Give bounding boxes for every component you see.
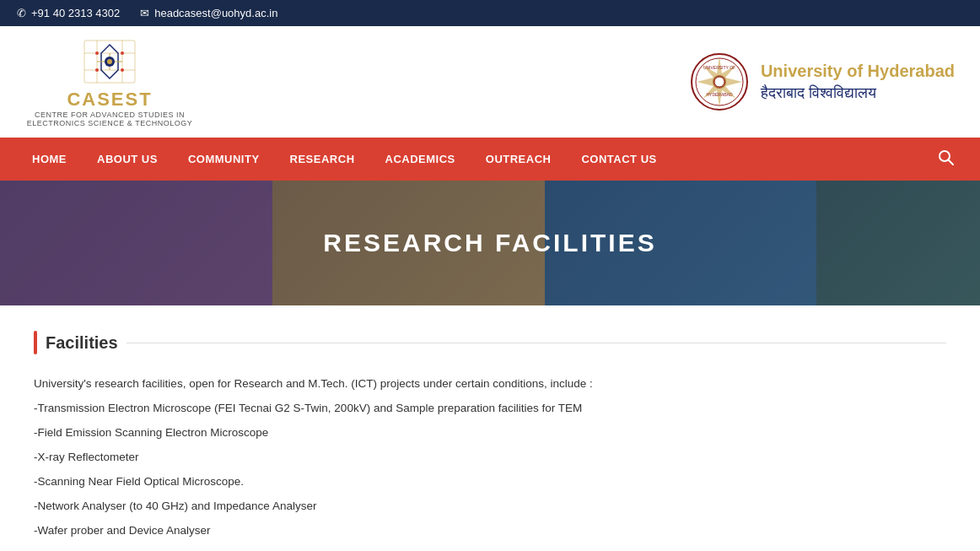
university-area: UNIVERSITY OF HYDERABAD University of Hy… (690, 52, 955, 111)
content-body: University's research facilities, open f… (34, 375, 946, 551)
facility-item-5: -Network Analyser (to 40 GHz) and Impeda… (34, 497, 946, 516)
header: CASEST CENTRE FOR ADVANCED STUDIES IN EL… (0, 26, 980, 138)
logo-area: CASEST CENTRE FOR ADVANCED STUDIES IN EL… (25, 36, 194, 127)
email-address: headcasest@uohyd.ac.in (154, 7, 277, 19)
phone-item: ✆ +91 40 2313 4302 (17, 7, 120, 19)
svg-text:UNIVERSITY OF: UNIVERSITY OF (703, 65, 735, 70)
nav-home[interactable]: HOME (17, 141, 82, 177)
nav-contact[interactable]: CONTACT US (566, 141, 671, 177)
university-name-area: University of Hyderabad हैदराबाद विश्ववि… (761, 62, 955, 102)
hero-title: RESEARCH FACILITIES (323, 229, 656, 257)
svg-point-8 (95, 51, 99, 55)
casest-logo-icon (80, 36, 139, 87)
hero-banner: RESEARCH FACILITIES (0, 181, 980, 305)
svg-line-24 (949, 160, 953, 165)
logo-subtitle: CENTRE FOR ADVANCED STUDIES IN ELECTRONI… (25, 111, 194, 127)
main-content: Facilities University's research facilit… (0, 305, 980, 551)
svg-point-11 (121, 68, 124, 72)
nav-research[interactable]: RESEARCH (275, 141, 370, 177)
email-item: ✉ headcasest@uohyd.ac.in (140, 7, 277, 19)
university-name-hindi: हैदराबाद विश्वविद्यालय (761, 84, 955, 102)
email-icon: ✉ (140, 7, 149, 19)
content-intro: University's research facilities, open f… (34, 375, 946, 394)
svg-point-10 (95, 68, 99, 72)
svg-point-22 (714, 77, 724, 87)
facility-item-3: -X-ray Reflectometer (34, 448, 946, 467)
phone-number: +91 40 2313 4302 (31, 7, 120, 19)
nav-outreach[interactable]: OUTREACH (471, 141, 567, 177)
section-title: Facilities (46, 333, 118, 353)
phone-icon: ✆ (17, 7, 26, 19)
university-seal-icon: UNIVERSITY OF HYDERABAD (690, 52, 749, 111)
section-divider (127, 343, 946, 343)
top-bar: ✆ +91 40 2313 4302 ✉ headcasest@uohyd.ac… (0, 0, 980, 26)
svg-text:HYDERABAD: HYDERABAD (706, 92, 733, 97)
facility-item-4: -Scanning Near Field Optical Microscope. (34, 473, 946, 492)
svg-point-9 (121, 51, 124, 55)
nav-academics[interactable]: ACADEMICS (370, 141, 471, 177)
svg-point-7 (107, 59, 112, 64)
main-nav: HOME ABOUT US COMMUNITY RESEARCH ACADEMI… (0, 138, 980, 181)
logo-name: CASEST (67, 89, 152, 111)
section-heading-bar (34, 331, 37, 354)
svg-point-23 (940, 151, 950, 161)
university-name-english: University of Hyderabad (761, 62, 955, 81)
section-heading: Facilities (34, 331, 946, 354)
search-icon[interactable] (929, 138, 963, 181)
facility-item-2: -Field Emission Scanning Electron Micros… (34, 424, 946, 443)
nav-community[interactable]: COMMUNITY (173, 141, 275, 177)
facility-item-1: -Transmission Electron Microscope (FEI T… (34, 399, 946, 419)
nav-about[interactable]: ABOUT US (82, 141, 173, 177)
facility-item-6: -Wafer prober and Device Analyser (34, 521, 946, 541)
facility-item-7: -Electron Beam Lithography System for di… (34, 546, 946, 551)
